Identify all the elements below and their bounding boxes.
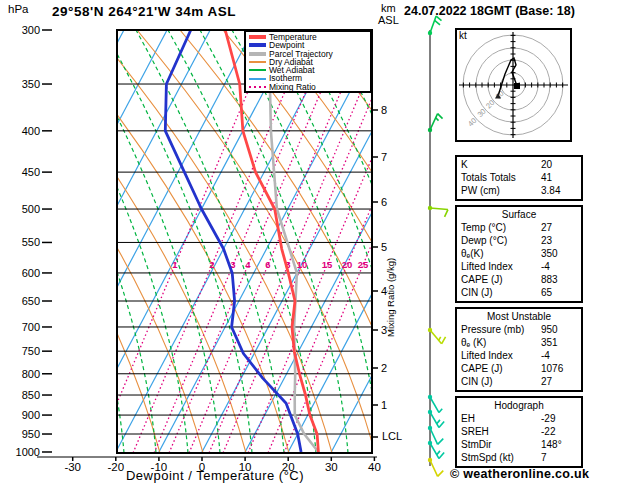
stat-value: 350 <box>541 247 577 260</box>
stat-label: PW (cm) <box>461 184 541 197</box>
stat-row: θₑ (K)351 <box>461 336 577 349</box>
legend-line-sample <box>249 69 266 71</box>
altitude-unit-asl-label: ASL <box>378 14 399 26</box>
stat-value: 27 <box>541 221 577 234</box>
stat-value: 3.84 <box>541 184 577 197</box>
legend-line-sample <box>249 35 266 39</box>
temperature-tick-label: 40 <box>368 461 381 473</box>
stat-row: SREH-22 <box>461 425 577 438</box>
mixing-ratio-value-label: 1 <box>172 259 178 270</box>
legend-box: TemperatureDewpointParcel TrajectoryDry … <box>244 30 372 93</box>
stat-label: Lifted Index <box>461 349 541 362</box>
copyright-footer: © weatheronline.co.uk <box>450 467 589 481</box>
hodograph-plot: 10203040 <box>457 30 570 140</box>
stat-row: Temp (°C)27 <box>461 221 577 234</box>
storm-motion-marker <box>514 83 520 89</box>
pressure-tick-label: 450 <box>22 166 40 178</box>
stats-section-title: Surface <box>461 208 577 221</box>
wind-barb <box>428 16 442 35</box>
stat-label: CAPE (J) <box>461 273 541 286</box>
hodograph-ring-label: 40 <box>466 116 478 128</box>
skewt-sounding-screenshot: 1234681015202530035040045050055060065070… <box>0 0 629 486</box>
hodograph-unit-label: kt <box>459 30 467 41</box>
mixing-ratio-value-label: 25 <box>358 259 369 270</box>
stat-row: CAPE (J)1076 <box>461 362 577 375</box>
legend-line-sample <box>249 86 266 88</box>
pressure-tick-label: 400 <box>22 125 40 137</box>
datetime-label: 24.07.2022 18GMT (Base: 18) <box>404 4 575 18</box>
x-axis-label: Dewpoint / Temperature (°C) <box>95 468 335 483</box>
mixing-ratio-value-label: 4 <box>245 259 251 270</box>
pressure-tick-label: 800 <box>22 368 40 380</box>
pressure-tick-label: 1000 <box>16 446 40 458</box>
stat-value: 20 <box>541 158 577 171</box>
pressure-tick-label: 750 <box>22 345 40 357</box>
hodograph-panel: 10203040 <box>455 28 572 142</box>
stats-section: SurfaceTemp (°C)27Dewp (°C)23θₑ(K)350Lif… <box>455 205 583 303</box>
stat-row: Dewp (°C)23 <box>461 234 577 247</box>
stat-label: Pressure (mb) <box>461 323 541 336</box>
stats-section: K20Totals Totals41PW (cm)3.84 <box>455 155 583 201</box>
stat-value: 65 <box>541 286 577 299</box>
stat-value: -29 <box>541 412 577 425</box>
stat-label: StmDir <box>461 438 541 451</box>
stat-value: 27 <box>541 375 577 388</box>
legend-item-label: Mixing Ratio <box>269 83 316 91</box>
hodograph-ring-label: 20 <box>484 98 496 110</box>
pressure-tick-label: 650 <box>22 295 40 307</box>
page-title: 29°58'N 264°21'W 34m ASL <box>52 4 236 19</box>
pressure-tick-label: 700 <box>22 321 40 333</box>
stat-label: CIN (J) <box>461 286 541 299</box>
stat-row: StmDir148° <box>461 438 577 451</box>
wind-barb-column <box>428 16 448 476</box>
stat-value: 148° <box>541 438 577 451</box>
stats-panel: K20Totals Totals41PW (cm)3.84SurfaceTemp… <box>455 155 583 472</box>
km-tick-label: 6 <box>381 196 387 208</box>
stat-value: 351 <box>541 336 577 349</box>
pressure-unit-label: hPa <box>8 3 28 15</box>
stat-label: Dewp (°C) <box>461 234 541 247</box>
wind-barb <box>428 206 448 217</box>
pressure-tick-label: 550 <box>22 236 40 248</box>
stat-label: EH <box>461 412 541 425</box>
stat-label: θₑ (K) <box>461 336 541 349</box>
mixing-ratio-value-label: 2 <box>209 259 214 270</box>
stat-value: 1076 <box>541 362 577 375</box>
legend-item: Wet Adiabat <box>249 66 370 74</box>
stat-label: CIN (J) <box>461 375 541 388</box>
stats-section: Most UnstablePressure (mb)950θₑ (K)351Li… <box>455 307 583 392</box>
mixing-ratio-axis-label: Mixing Ratio (g/kg) <box>385 258 396 337</box>
stat-row: CIN (J)65 <box>461 286 577 299</box>
stat-value: -4 <box>541 349 577 362</box>
stat-row: Lifted Index-4 <box>461 349 577 362</box>
pressure-tick-label: 300 <box>22 24 40 36</box>
stat-label: StmSpd (kt) <box>461 451 541 464</box>
stat-row: CAPE (J)883 <box>461 273 577 286</box>
stat-row: EH-29 <box>461 412 577 425</box>
stat-row: Totals Totals41 <box>461 171 577 184</box>
legend-line-sample <box>249 52 266 56</box>
km-tick-label: 1 <box>381 399 387 411</box>
stat-row: PW (cm)3.84 <box>461 184 577 197</box>
legend-item: Temperature <box>249 33 370 41</box>
pressure-axis: 3003504004505005506006507007508008509009… <box>16 24 52 458</box>
stat-row: θₑ(K)350 <box>461 247 577 260</box>
stat-label: Temp (°C) <box>461 221 541 234</box>
mixing-ratio-value-label: 20 <box>342 259 353 270</box>
hodograph-ring-label: 30 <box>475 107 487 119</box>
km-tick-label: 2 <box>381 362 387 374</box>
altitude-unit-km-label: km <box>381 2 396 14</box>
legend-line-sample <box>249 61 266 63</box>
stat-value: 950 <box>541 323 577 336</box>
stat-value: -22 <box>541 425 577 438</box>
pressure-tick-label: 900 <box>22 409 40 421</box>
pressure-tick-label: 950 <box>22 428 40 440</box>
stat-label: CAPE (J) <box>461 362 541 375</box>
km-tick-label: 5 <box>381 241 387 253</box>
legend-item: Mixing Ratio <box>249 83 370 91</box>
km-tick-label: 7 <box>381 151 387 163</box>
stat-row: StmSpd (kt)7 <box>461 451 577 464</box>
stat-value: 23 <box>541 234 577 247</box>
stat-value: -4 <box>541 260 577 273</box>
mixing-ratio-value-label: 6 <box>265 259 270 270</box>
